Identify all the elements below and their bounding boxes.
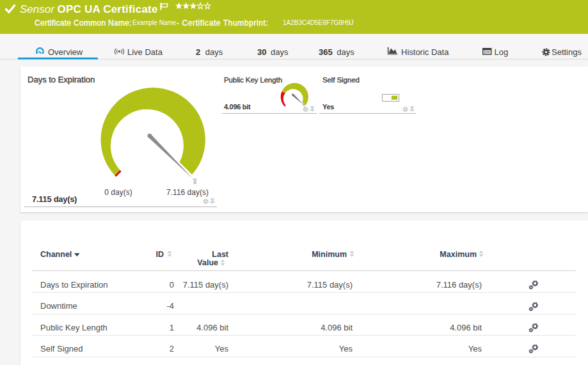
- svg-text:x: x: [193, 178, 197, 185]
